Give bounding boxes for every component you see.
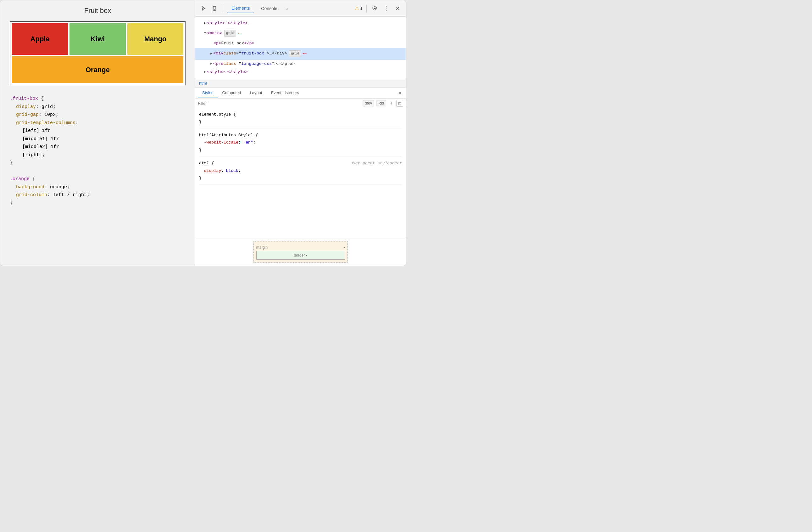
context-bar-label: html: [199, 81, 207, 86]
dom-style-line[interactable]: ▶ <style>…</style>: [195, 19, 406, 27]
warning-icon: ⚠: [355, 5, 359, 11]
fruit-kiwi: Kiwi: [70, 23, 126, 55]
margin-label: margin: [256, 245, 268, 250]
tab-event-listeners[interactable]: Event Listeners: [266, 88, 304, 98]
triangle-icon[interactable]: ▶: [204, 20, 206, 26]
red-arrow-2: ←: [303, 48, 307, 59]
add-style-button[interactable]: +: [388, 100, 394, 107]
left-panel: Fruit box Apple Kiwi Mango Orange .fruit…: [0, 0, 195, 266]
html-attrs-close: }: [199, 146, 402, 154]
tab-console[interactable]: Console: [257, 4, 281, 13]
box-model-section: margin - border -: [195, 238, 406, 266]
style2-triangle-icon[interactable]: ▶: [204, 69, 206, 75]
cls-button[interactable]: .cls: [376, 100, 386, 107]
html-attrs-selector: html[Attributes Style] {: [199, 131, 402, 139]
tab-layout[interactable]: Layout: [245, 88, 266, 98]
devtools-toolbar: Elements Console » ⚠ 1 ⋮ ✕: [195, 0, 406, 17]
element-style-rule: element.style { }: [199, 111, 402, 128]
fruit-orange: Orange: [12, 56, 183, 83]
code-block: .fruit-box { display: grid; grid-gap: 10…: [10, 92, 186, 210]
border-value: -: [306, 253, 307, 257]
html-attrs-rule: html[Attributes Style] { -webkit-locale:…: [199, 131, 402, 156]
toggle-sidebar-button[interactable]: ◫: [396, 100, 403, 107]
tab-styles[interactable]: Styles: [198, 88, 218, 98]
html-ua-close: }: [199, 174, 402, 182]
toolbar-separator-2: [366, 5, 367, 12]
border-row: border -: [256, 251, 345, 260]
tab-elements[interactable]: Elements: [227, 4, 254, 13]
styles-content: element.style { } html[Attributes Style]…: [195, 108, 406, 238]
html-ua-rule: html { user agent stylesheet display: bl…: [199, 159, 402, 184]
fruit-box-demo: Apple Kiwi Mango Orange: [10, 21, 186, 85]
warning-badge: ⚠ 1: [355, 5, 363, 11]
styles-tabs-more[interactable]: »: [397, 88, 403, 98]
fruitbox-grid-badge: grid: [289, 51, 301, 57]
svg-rect-1: [214, 6, 215, 10]
filter-input[interactable]: [198, 101, 361, 106]
dom-style2-line[interactable]: ▶ <style>…</style>: [195, 68, 406, 76]
red-arrow-1: ←: [238, 28, 242, 39]
close-icon[interactable]: ✕: [393, 4, 402, 13]
element-style-close: }: [199, 118, 402, 126]
dom-tree: ▶ <style>…</style> ▼ <main> grid ← <p>Fr…: [195, 17, 406, 79]
right-panel: Elements Console » ⚠ 1 ⋮ ✕ ▶ <style>…</s…: [195, 0, 406, 266]
styles-panel: html Styles Computed Layout Event Listen…: [195, 79, 406, 266]
ua-comment: user agent stylesheet: [350, 159, 402, 167]
fruit-mango: Mango: [127, 23, 183, 55]
device-icon[interactable]: [211, 4, 219, 13]
dom-pre-line[interactable]: ▶ <pre class="language-css">…</pre>: [195, 60, 406, 68]
main-triangle-icon[interactable]: ▼: [204, 30, 206, 36]
box-model-container: margin - border -: [253, 241, 348, 263]
margin-value: -: [344, 245, 345, 250]
styles-filter-bar: :hov .cls + ◫: [195, 99, 406, 108]
fruit-apple: Apple: [12, 23, 68, 55]
context-bar: html: [195, 79, 406, 88]
main-grid-badge: grid: [224, 30, 236, 37]
dom-main-line[interactable]: ▼ <main> grid ←: [195, 27, 406, 39]
inspect-icon[interactable]: [199, 4, 208, 13]
html-ua-selector: html {: [199, 159, 214, 167]
margin-row: margin -: [256, 244, 345, 251]
more-tabs-button[interactable]: »: [284, 5, 290, 12]
border-label: border: [294, 253, 305, 257]
dom-p-line[interactable]: <p>Fruit box</p>: [195, 39, 406, 47]
settings-icon[interactable]: [371, 4, 379, 13]
hov-button[interactable]: :hov: [363, 100, 374, 107]
styles-tabs: Styles Computed Layout Event Listeners »: [195, 88, 406, 99]
fruitbox-triangle-icon[interactable]: ▶: [211, 51, 212, 57]
display-prop: display: block;: [199, 167, 402, 174]
webkit-locale-prop: -webkit-locale: "en";: [199, 139, 402, 146]
element-style-selector: element.style {: [199, 111, 402, 118]
pre-triangle-icon[interactable]: ▶: [211, 61, 212, 67]
html-ua-selector-row: html { user agent stylesheet: [199, 159, 402, 167]
page-title: Fruit box: [10, 6, 186, 15]
tab-computed[interactable]: Computed: [218, 88, 245, 98]
more-options-icon[interactable]: ⋮: [382, 4, 391, 13]
dom-fruitbox-line[interactable]: ▶ <div class="fruit-box">…</div> grid ←: [195, 48, 406, 60]
svg-point-2: [214, 10, 215, 10]
